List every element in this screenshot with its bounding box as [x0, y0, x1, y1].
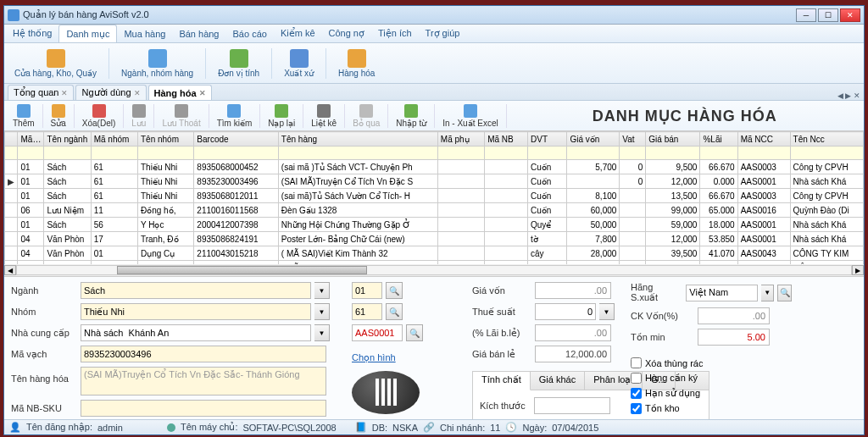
menu-danh mục[interactable]: Danh mục	[58, 25, 117, 42]
tab-Hàng hóa[interactable]: Hàng hóa✕	[148, 85, 212, 100]
tab-Người dùng[interactable]: Người dùng✕	[75, 85, 146, 100]
input-manb[interactable]	[81, 400, 326, 417]
toolbtn-10[interactable]: In - Xuất Excel	[437, 103, 503, 129]
menu-hệ thống[interactable]: Hệ thống	[6, 25, 58, 42]
tab-nav[interactable]: ◀ ▶ ✕	[837, 91, 864, 100]
menu-bán hàng[interactable]: Bán hàng	[172, 25, 225, 42]
search-nhom-button[interactable]: 🔍	[386, 303, 403, 320]
col-header[interactable]: Barcode	[194, 132, 279, 147]
dropdown-ncc[interactable]: ▼	[314, 324, 330, 341]
table-row[interactable]: 06Lưu Niệm11Đồng hồ,2110016011568Đèn Gấu…	[5, 203, 864, 218]
label-giavon: Giá vốn	[472, 285, 531, 296]
window-title: Quản lý bán hàng AviSoft v2.0	[23, 9, 796, 20]
menu-trợ giúp[interactable]: Trợ giúp	[419, 25, 467, 42]
dropdown-nganh[interactable]: ▼	[314, 282, 330, 299]
rtab-0[interactable]: Tính chất	[473, 372, 531, 390]
table-row[interactable]: 01Sách61Thiếu Nhi8935068000452(sai mã )T…	[5, 160, 864, 174]
toolbtn-4: Lưu Thoát	[157, 103, 205, 129]
ribbon-4[interactable]: Hàng hóa	[333, 47, 380, 80]
label-check-xoa: Xóa thùng rác	[645, 358, 704, 368]
col-header[interactable]: Mã phụ	[437, 132, 484, 147]
horizontal-scrollbar[interactable]: ◀ ▶	[4, 264, 864, 276]
col-header[interactable]: Mã NCC	[737, 132, 790, 147]
menu-báo cáo[interactable]: Báo cáo	[226, 25, 274, 42]
search-hangsx[interactable]: 🔍	[777, 285, 792, 301]
col-header[interactable]: DVT	[527, 132, 566, 147]
input-hangsx[interactable]	[686, 285, 758, 301]
input-thuesuat[interactable]	[535, 303, 596, 320]
code-nhom[interactable]	[352, 303, 382, 320]
col-header[interactable]: Tên ngành	[44, 132, 91, 147]
status-host-value: SOFTAV-PC\SQL2008	[242, 423, 336, 433]
code-nganh[interactable]	[352, 282, 382, 299]
toolbtn-9[interactable]: Nhập từ	[391, 103, 431, 129]
toolbtn-1[interactable]: Sửa	[46, 103, 71, 129]
toolbtn-6[interactable]: Nạp lại	[263, 103, 300, 129]
label-hangsx: Hãng S.xuất	[631, 282, 682, 303]
col-header[interactable]: Tên Ncc	[790, 132, 863, 147]
check-hansudung[interactable]	[631, 388, 642, 399]
col-header[interactable]: Mã NB	[485, 132, 528, 147]
maximize-button[interactable]: ☐	[818, 8, 838, 22]
toolbtn-7[interactable]: Liệt kê	[306, 103, 342, 129]
ribbon-3[interactable]: Xuất xứ	[279, 47, 319, 80]
dropdown-hangsx[interactable]: ▼	[761, 285, 774, 301]
ribbon-0[interactable]: Cửa hàng, Kho, Quầy	[9, 47, 102, 80]
check-hangcanky[interactable]	[631, 373, 642, 384]
table-row[interactable]: 04Văn Phòn17Tranh, Đồ8935086824191Poster…	[5, 232, 864, 246]
choose-image-link[interactable]: Chọn hình	[352, 352, 462, 363]
rtab-1[interactable]: Giá khác	[531, 372, 585, 390]
toolbtn-5[interactable]: Tìm kiếm	[212, 103, 258, 129]
input-tenhang[interactable]	[81, 367, 326, 396]
menu-mua hàng[interactable]: Mua hàng	[117, 25, 172, 42]
tab-Tổng quan[interactable]: Tổng quan✕	[8, 85, 74, 100]
col-header[interactable]: Tên nhóm	[137, 132, 193, 147]
label-nhom: Nhóm	[11, 307, 77, 317]
col-header[interactable]: %Lãi	[700, 132, 737, 147]
status-login-label: Tên đăng nhập:	[26, 422, 92, 433]
col-header[interactable]: Giá vốn	[567, 132, 620, 147]
input-mavach[interactable]	[81, 346, 326, 362]
label-mavach: Mã vạch	[11, 349, 77, 360]
dropdown-nhom[interactable]: ▼	[314, 303, 330, 320]
input-nganh[interactable]	[81, 282, 311, 299]
label-tonmin: Tồn min	[631, 332, 694, 343]
col-header[interactable]: Tên hàng	[278, 132, 437, 147]
code-ncc[interactable]	[352, 324, 403, 341]
label-tenhang: Tên hàng hóa	[11, 367, 77, 384]
table-row[interactable]: 01Sách61Thiếu Nhi8935068012011(sai mã)Tủ…	[5, 189, 864, 203]
label-thuesuat: Thuế suất	[472, 307, 531, 318]
toolbtn-0[interactable]: Thêm	[8, 103, 40, 129]
ribbon-2[interactable]: Đơn vị tính	[213, 47, 264, 80]
input-kichthuoc[interactable]	[534, 397, 610, 414]
input-ncc[interactable]	[81, 324, 311, 341]
label-ncc: Nhà cung cấp	[11, 328, 77, 339]
close-button[interactable]: ✕	[840, 8, 860, 22]
menu-công nợ[interactable]: Công nợ	[322, 25, 371, 42]
status-branch-icon: 🔗	[423, 422, 435, 433]
table-row[interactable]: 01Sách56Y Học2000412007398Những Hội Chứn…	[5, 218, 864, 232]
table-row[interactable]: ▶01Sách61Thiếu Nhi8935230003496(SAI MÃ)T…	[5, 174, 864, 189]
label-check-hangcanky: Hàng cần ký	[645, 373, 698, 384]
minimize-button[interactable]: ─	[796, 8, 816, 22]
menu-kiểm kê[interactable]: Kiểm kê	[274, 25, 322, 42]
toolbtn-8: Bỏ qua	[348, 103, 385, 129]
toolbtn-2[interactable]: Xóa(Del)	[77, 103, 120, 129]
col-header[interactable]: Giá bán	[646, 132, 700, 147]
label-kichthuoc: Kích thước	[480, 401, 531, 412]
data-grid[interactable]: Mã ngànTên ngànhMã nhómTên nhómBarcodeTê…	[4, 131, 864, 277]
toolbar: ThêmSửaXóa(Del)LưuLưu ThoátTìm kiếmNạp l…	[4, 101, 864, 131]
col-header[interactable]: Vat	[620, 132, 646, 147]
col-header[interactable]: Mã nhóm	[91, 132, 137, 147]
check-tonkho[interactable]	[631, 403, 642, 414]
col-header[interactable]: Mã ngàn	[18, 132, 44, 147]
label-check-hansudung: Hạn sử dụng	[645, 388, 700, 399]
search-ncc-button[interactable]: 🔍	[406, 324, 423, 341]
table-row[interactable]: 04Văn Phòn01Dụng Cụ2110043015218( MÃ SAI…	[5, 246, 864, 261]
ribbon-1[interactable]: Ngành, nhóm hàng	[116, 47, 198, 80]
input-nhom[interactable]	[81, 303, 311, 320]
menu-tiện ích[interactable]: Tiện ích	[371, 25, 419, 42]
search-nganh-button[interactable]: 🔍	[386, 282, 403, 299]
check-xoa[interactable]	[631, 357, 642, 368]
dropdown-thuesuat[interactable]: ▼	[599, 303, 615, 320]
